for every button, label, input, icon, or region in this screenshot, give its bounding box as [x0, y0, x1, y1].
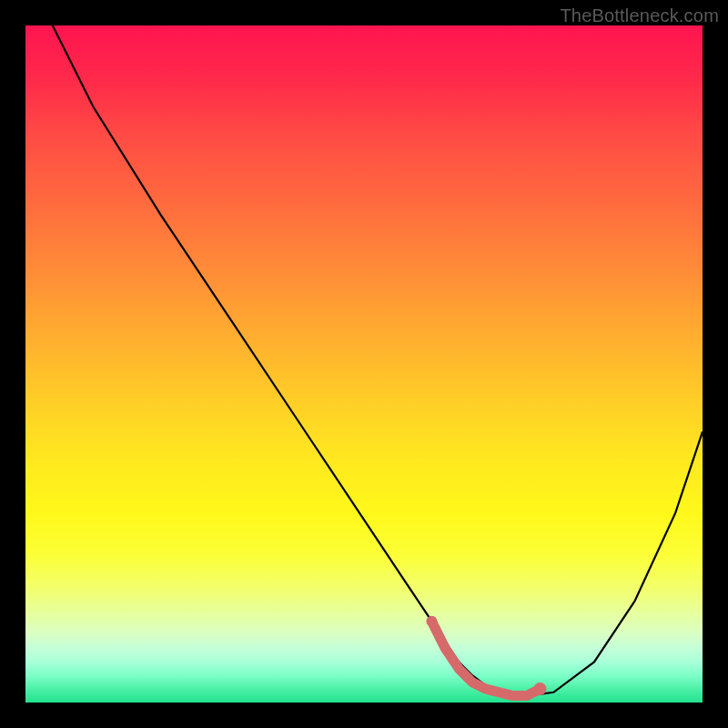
bottleneck-curve [53, 25, 703, 696]
chart-container: TheBottleneck.com [0, 0, 728, 728]
watermark-text: TheBottleneck.com [560, 5, 719, 26]
curve-layer [25, 25, 703, 703]
optimal-highlight [431, 622, 540, 696]
highlight-dot-end-icon [533, 682, 546, 695]
highlight-dot-start-icon [426, 616, 437, 627]
plot-area [25, 25, 703, 703]
